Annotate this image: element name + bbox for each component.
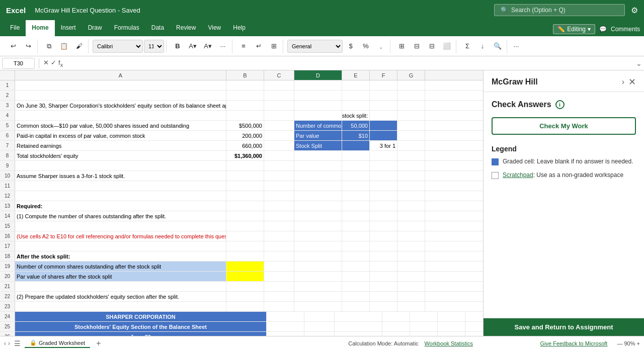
scratchpad-link[interactable]: Scratchpad (503, 171, 533, 179)
main-layout: A B C D E F G 1 2 3On June 30, Sharper C… (0, 70, 644, 336)
comma-button[interactable]: , (374, 39, 388, 53)
tab-insert[interactable]: Insert (55, 20, 82, 36)
table-row: 23 (0, 302, 483, 312)
expand-formula-icon[interactable]: ⌄ (636, 59, 642, 67)
col-header-B[interactable]: B (226, 70, 264, 80)
redo-button[interactable]: ↪ (21, 39, 35, 53)
info-icon[interactable]: i (555, 100, 565, 109)
autosum-button[interactable]: Σ (460, 39, 474, 53)
zoom-control[interactable]: — 90% + (617, 340, 640, 346)
spreadsheet: A B C D E F G 1 2 3On June 30, Sharper C… (0, 70, 483, 336)
table-row: 7Retained earnings660,000Stock Split3 fo… (0, 141, 483, 151)
tab-data[interactable]: Data (145, 20, 170, 36)
feedback-link[interactable]: Give Feedback to Microsoft (540, 340, 607, 346)
font-color-button[interactable]: A▾ (201, 39, 215, 53)
font-group: Calibri 11 (91, 40, 167, 53)
more-format-button[interactable]: ··· (216, 39, 230, 53)
col-header-D[interactable]: D (294, 70, 342, 80)
table-row: 1 (0, 80, 483, 91)
fill-color-button[interactable]: A▾ (186, 39, 200, 53)
table-row: 12 (0, 191, 483, 201)
check-my-work-button[interactable]: Check My Work (492, 117, 636, 135)
undo-group: ↩ ↪ (4, 39, 38, 53)
delete-cells-button[interactable]: ⊟ (410, 39, 424, 53)
align-left-button[interactable]: ≡ (236, 39, 251, 53)
mh-panel-header: McGraw Hill › ✕ (484, 70, 644, 92)
editing-label: Editing (567, 26, 586, 33)
table-row: 21 (0, 282, 483, 292)
ribbon-tabs: File Home Insert Draw Formulas Data Revi… (0, 20, 644, 36)
tab-draw[interactable]: Draw (82, 20, 108, 36)
search-bar[interactable]: 🔍 Search (Option + Q) (494, 4, 625, 16)
table-row: 24SHARPER CORPORATION (0, 312, 483, 322)
wrap-text-button[interactable]: ↵ (252, 39, 266, 53)
table-row: 20Par value of shares after the stock sp… (0, 272, 483, 282)
table-row: 22(2) Prepare the updated stockholders' … (0, 292, 483, 302)
undo-button[interactable]: ↩ (6, 39, 20, 53)
save-return-button[interactable]: Save and Return to Assignment (484, 318, 644, 336)
tab-home[interactable]: Home (26, 20, 54, 36)
col-header-F[interactable]: F (370, 70, 397, 80)
cancel-formula-icon[interactable]: ✕ (43, 59, 49, 68)
table-row: 14(1) Compute the number of shares outst… (0, 211, 483, 221)
next-sheet-icon[interactable]: › (8, 340, 10, 347)
font-size-select[interactable]: 11 (144, 40, 164, 53)
table-row: 5Common stock—$10 par value, 50,000 shar… (0, 121, 483, 131)
merge-button[interactable]: ⊞ (267, 39, 281, 53)
more-toolbar-button[interactable]: ··· (509, 39, 523, 53)
copy-button[interactable]: ⧉ (42, 39, 56, 53)
fill-button[interactable]: ↓ (475, 39, 490, 53)
sigma-group: Σ ↓ 🔍 (458, 39, 507, 53)
format-cells-button[interactable]: ⊟ (425, 39, 439, 53)
sheet-rows: 1 2 3On June 30, Sharper Corporation's s… (0, 80, 483, 336)
table-row: 10Assume Sharper issues a 3-for-1 stock … (0, 171, 483, 181)
tab-view[interactable]: View (202, 20, 227, 36)
prev-sheet-icon[interactable]: ‹ (4, 340, 6, 347)
table-row: 19Number of common shares outstanding af… (0, 261, 483, 272)
paste-button[interactable]: 📋 (57, 39, 71, 53)
sheet-nav-arrows: ‹ › (4, 340, 10, 347)
graded-cell-icon (492, 158, 499, 165)
confirm-formula-icon[interactable]: ✓ (51, 59, 56, 68)
settings-icon[interactable]: ⚙ (631, 6, 638, 15)
workbook-stats-link[interactable]: Workbook Statistics (425, 340, 473, 346)
tab-file[interactable]: File (4, 20, 26, 36)
table-row: 16(Use cells A2 to E10 for cell referenc… (0, 231, 483, 241)
currency-button[interactable]: $ (344, 39, 358, 53)
search-icon: 🔍 (501, 7, 508, 14)
col-header-A[interactable]: A (15, 70, 226, 80)
formula-input[interactable] (65, 60, 634, 67)
format-painter-button[interactable]: 🖌 (72, 39, 86, 53)
cell-reference-input[interactable] (2, 58, 35, 69)
tab-review[interactable]: Review (170, 20, 202, 36)
editing-button[interactable]: ✏️ Editing ▾ (553, 24, 595, 34)
document-title: McGraw Hill Excel Question - Saved (35, 7, 488, 14)
function-icon[interactable]: fx (58, 59, 63, 68)
add-sheet-button[interactable]: + (96, 339, 101, 348)
toolbar: ↩ ↪ ⧉ 📋 🖌 Calibri 11 B A▾ A▾ ··· ≡ ↵ ⊞ G… (0, 36, 644, 56)
col-header-G[interactable]: G (397, 70, 425, 80)
legend-graded-text: Graded cell: Leave blank if no answer is… (503, 158, 633, 165)
percent-button[interactable]: % (359, 39, 373, 53)
status-bar-right: Calculation Mode: Automatic Workbook Sta… (348, 340, 640, 346)
col-header-C[interactable]: C (264, 70, 294, 80)
table-row: 3On June 30, Sharper Corporation's stock… (0, 101, 483, 111)
bold-button[interactable]: B (171, 39, 185, 53)
find-button[interactable]: 🔍 (491, 39, 505, 53)
insert-cells-button[interactable]: ⊞ (394, 39, 409, 53)
search-placeholder: Search (Option + Q) (511, 7, 566, 14)
tab-formulas[interactable]: Formulas (108, 20, 145, 36)
conditional-format-button[interactable]: ⬜ (440, 39, 454, 53)
close-panel-icon[interactable]: ✕ (628, 76, 636, 88)
sheet-tab-graded[interactable]: 🔒 Graded Worksheet (25, 338, 90, 348)
number-format-group: General $ % , (285, 39, 390, 53)
sheet-menu-icon[interactable]: ☰ (14, 339, 21, 347)
col-header-E[interactable]: E (342, 70, 370, 80)
expand-panel-icon[interactable]: › (622, 77, 624, 86)
comments-label: Comments (611, 26, 640, 33)
number-format-select[interactable]: General (287, 40, 343, 53)
font-select[interactable]: Calibri (93, 40, 143, 53)
tab-help[interactable]: Help (227, 20, 252, 36)
table-row: 15 (0, 221, 483, 231)
table-row: 26June 30 (0, 332, 483, 336)
